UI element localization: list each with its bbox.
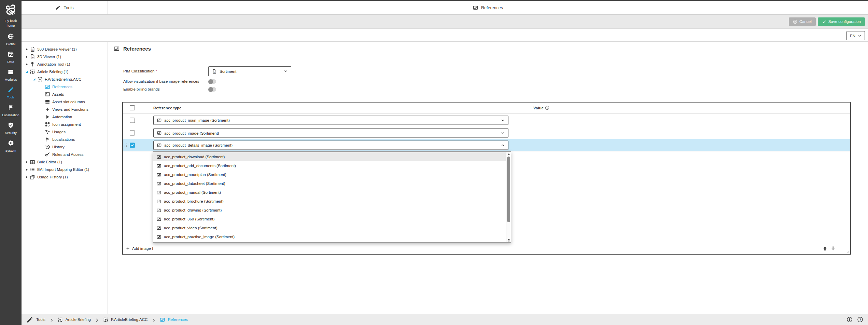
breadcrumb-item-tools[interactable]: Tools — [26, 316, 45, 323]
column-value: Value — [533, 106, 549, 110]
rail-item-system[interactable]: System — [0, 140, 22, 153]
tree-item-roles-and-access[interactable]: Roles and Access — [22, 151, 108, 158]
pim-classification-value: Sortiment — [220, 69, 236, 73]
add-image-field-button[interactable]: Add image f — [126, 246, 153, 250]
tree-item-label: EAI Import Mapping Editor (1) — [37, 167, 89, 172]
dropdown-option-label: acc_product_manual (Sortiment) — [164, 190, 221, 194]
tree-item-assets[interactable]: Assets — [22, 91, 108, 98]
tree-spacer — [39, 152, 44, 157]
caret-collapsed-icon[interactable] — [24, 160, 29, 164]
caret-expanded-icon[interactable] — [24, 69, 29, 74]
tree-item-360-degree-viewer-1[interactable]: 360360 Degree Viewer (1) — [22, 45, 108, 53]
info-circle-icon[interactable] — [846, 316, 853, 323]
dropdown-option[interactable]: acc_product_practise_image (Sortiment) — [153, 232, 506, 241]
tree-item-automation[interactable]: Automation — [22, 113, 108, 121]
cancel-label: Cancel — [799, 19, 812, 24]
fly-back-home-label[interactable]: Fly back home — [2, 18, 20, 28]
tree-item-localizations[interactable]: Localizations — [22, 136, 108, 143]
navigation-tree: 360360 Degree Viewer (1)3D3D Viewer (1)A… — [22, 42, 108, 314]
caret-collapsed-icon[interactable] — [24, 62, 29, 67]
breadcrumb-item-article-briefing[interactable]: Article Briefing — [58, 317, 91, 322]
tree-item-views-and-functions[interactable]: Views and Functions — [22, 106, 108, 113]
reference-type-value: acc_product_main_image (Sortiment) — [164, 118, 230, 122]
caret-collapsed-icon[interactable] — [24, 175, 29, 179]
grid-plus-icon — [58, 317, 63, 322]
dropdown-option[interactable]: acc_product_360 (Sortiment) — [153, 215, 506, 224]
caret-collapsed-icon[interactable] — [24, 47, 29, 52]
save-configuration-button[interactable]: Save configuration — [818, 17, 865, 26]
row-move-buttons — [822, 246, 836, 251]
scrollbar-thumb[interactable] — [507, 157, 510, 222]
question-circle-icon[interactable]: ? — [857, 316, 863, 323]
image-ref-icon — [157, 190, 161, 195]
breadcrumb-item-references[interactable]: References — [160, 317, 188, 322]
caret-collapsed-icon[interactable] — [24, 167, 29, 172]
tree-item-f-articlebriefing-acc[interactable]: F.ArticleBriefing.ACC — [22, 76, 108, 83]
select-all-checkbox[interactable] — [130, 105, 135, 110]
columns-icon — [45, 99, 50, 105]
dropdown-option[interactable]: acc_product_manual (Sortiment) — [153, 188, 506, 197]
move-row-up-button[interactable] — [822, 246, 828, 251]
dropdown-resize-grip[interactable] — [506, 238, 510, 242]
tree-item-icon-assignment[interactable]: Icon assignment — [22, 121, 108, 128]
tree-item-annotation-tool-1[interactable]: Annotation Tool (1) — [22, 60, 108, 68]
dropdown-option[interactable]: acc_product_drawing (Sortiment) — [153, 206, 506, 215]
dropdown-option[interactable]: acc_product_download (Sortiment) — [153, 152, 506, 161]
gear-icon — [8, 140, 14, 146]
table-resize-grip[interactable] — [845, 249, 850, 253]
cancel-button[interactable]: Cancel — [789, 17, 816, 26]
caret-collapsed-icon[interactable] — [24, 54, 29, 59]
breadcrumb-label: Article Briefing — [66, 317, 91, 322]
dropdown-option[interactable]: acc_product_brochure (Sortiment) — [153, 197, 506, 206]
row-checkbox[interactable] — [130, 131, 135, 136]
breadcrumb-item-f-articlebriefing-acc[interactable]: F.ArticleBriefing.ACC — [103, 317, 148, 322]
rail-item-modules[interactable]: Modules — [0, 69, 22, 82]
tree-item-label: Bulk Editor (1) — [37, 160, 62, 164]
tree-item-bulk-editor-1[interactable]: Bulk Editor (1) — [22, 158, 108, 166]
drag-handle-icon[interactable] — [124, 143, 128, 148]
rail-item-global[interactable]: Global — [0, 33, 22, 46]
tree-item-usages[interactable]: Usages — [22, 128, 108, 136]
dropdown-option[interactable]: acc_product_datasheet (Sortiment) — [153, 179, 506, 188]
dropdown-option[interactable]: acc_product_mountplan (Sortiment) — [153, 170, 506, 179]
tree-item-history[interactable]: History — [22, 143, 108, 151]
reference-type-select[interactable]: acc_product_image (Sortiment) — [153, 128, 508, 138]
dropdown-option[interactable]: acc_product_video (Sortiment) — [153, 224, 506, 232]
image-ref-icon — [157, 226, 161, 230]
dropdown-option[interactable]: acc_product_add_documents (Sortiment) — [153, 161, 506, 170]
chevron-up-icon — [501, 143, 505, 147]
reference-type-select[interactable]: acc_product_details_image (Sortiment) — [153, 140, 508, 150]
language-select[interactable]: EN — [846, 31, 865, 40]
tree-item-usage-history-1[interactable]: Usage History (1) — [22, 173, 108, 181]
tree-item-article-briefing-1[interactable]: Article Briefing (1) — [22, 68, 108, 76]
caret-expanded-icon[interactable] — [32, 77, 37, 82]
reference-type-select[interactable]: acc_product_main_image (Sortiment) — [153, 116, 508, 125]
app-logo-bee-icon[interactable] — [4, 3, 18, 17]
dropdown-scrollbar[interactable] — [506, 152, 510, 242]
move-row-down-button[interactable] — [830, 246, 836, 251]
tab-references[interactable]: References — [108, 1, 868, 14]
tab-tools[interactable]: Tools — [22, 1, 108, 14]
rail-item-localization[interactable]: Localization — [0, 104, 22, 118]
pim-classification-select[interactable]: c Sortiment — [208, 66, 291, 76]
list-icon — [30, 167, 35, 172]
image-ref-icon — [45, 84, 50, 90]
rail-item-security[interactable]: Security — [0, 122, 22, 135]
tree-item-label: References — [52, 85, 72, 89]
toggle-enable-billing[interactable] — [208, 87, 216, 92]
scroll-up-arrow-icon[interactable] — [506, 152, 511, 156]
toggle-allow-visualization[interactable] — [208, 79, 216, 84]
dropdown-option-label: acc_product_drawing (Sortiment) — [164, 208, 222, 212]
dropdown-option-label: acc_product_practise_image (Sortiment) — [164, 235, 235, 239]
row-checkbox[interactable] — [130, 143, 135, 148]
rail-item-data[interactable]: Data — [0, 51, 22, 64]
rail-item-tools[interactable]: Tools — [0, 86, 22, 100]
tree-item-asset-slot-columns[interactable]: Asset slot columns — [22, 98, 108, 106]
row-checkbox[interactable] — [130, 118, 135, 123]
tree-item-references[interactable]: References — [22, 83, 108, 91]
rail-item-label: Global — [6, 42, 15, 46]
tree-item-eai-import-mapping-editor-1[interactable]: EAI Import Mapping Editor (1) — [22, 166, 108, 173]
plus-icon — [126, 246, 130, 250]
pencil-icon — [26, 316, 33, 323]
tree-item-3d-viewer-1[interactable]: 3D3D Viewer (1) — [22, 53, 108, 60]
